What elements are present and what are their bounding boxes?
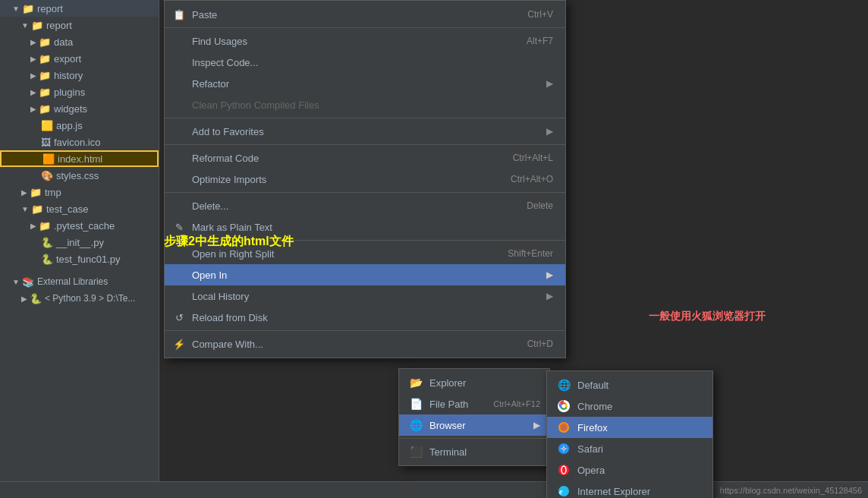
separator: [165, 192, 565, 193]
menu-item-open-right-split[interactable]: Open in Right Split Shift+Enter: [165, 243, 565, 264]
folder-icon: 📁: [31, 203, 43, 215]
external-libraries-section: ▼ 📚 External Libraries ▶ 🐍 < Python 3.9 …: [0, 273, 159, 307]
tree-item-report[interactable]: ▼ 📁 report: [0, 17, 159, 33]
menu-item-delete[interactable]: Delete... Delete: [165, 195, 565, 216]
menu-label: Reload from Disk: [192, 312, 268, 323]
file-icon: 🐍: [41, 237, 53, 248]
tree-item-python-sdk[interactable]: ▶ 🐍 < Python 3.9 > D:\Te...: [0, 290, 159, 307]
explorer-icon: 📂: [408, 375, 423, 390]
tree-item-initpy[interactable]: 🐍 __init__.py: [0, 234, 159, 251]
submenu-item-opera[interactable]: Opera: [547, 459, 712, 481]
folder-icon: 📁: [22, 3, 34, 14]
tree-item-external-libs[interactable]: ▼ 📚 External Libraries: [0, 273, 159, 290]
submenu-label: Chrome: [577, 401, 612, 412]
menu-item-paste[interactable]: 📋 Paste Ctrl+V: [165, 4, 565, 25]
menu-item-add-favorites[interactable]: Add to Favorites ▶: [165, 121, 565, 142]
submenu-label: Browser: [429, 420, 466, 431]
firefox-icon: [556, 420, 571, 435]
menu-item-refactor[interactable]: Refactor ▶: [165, 73, 565, 94]
separator: [165, 330, 565, 331]
url-label: https://blog.csdn.net/weixin_45128456: [720, 486, 862, 495]
arrow-icon: ▶: [21, 295, 27, 303]
tree-label: report: [37, 3, 63, 14]
shortcut-label: Ctrl+Alt+F12: [493, 399, 540, 408]
menu-label: Paste: [192, 9, 217, 20]
arrow-icon: ▶: [546, 78, 553, 89]
folder-icon: 📁: [39, 70, 51, 81]
tree-label: test_func01.py: [56, 254, 121, 265]
tree-item-appjs[interactable]: 🟨 app.js: [0, 117, 159, 134]
separator: [165, 144, 565, 145]
menu-item-compare-with[interactable]: ⚡ Compare With... Ctrl+D: [165, 333, 565, 355]
tree-item-index-html[interactable]: 🟧 index.html: [0, 150, 159, 167]
submenu-item-explorer[interactable]: 📂 Explorer: [399, 372, 549, 393]
tree-label: app.js: [56, 120, 83, 131]
shortcut-label: Alt+F7: [527, 36, 553, 46]
menu-label: Refactor: [192, 78, 229, 90]
ie-icon: e: [556, 484, 571, 498]
tree-item-data[interactable]: ▶ 📁 data: [0, 33, 159, 50]
terminal-icon: ⬛: [408, 444, 423, 459]
menu-item-local-history[interactable]: Local History ▶: [165, 285, 565, 307]
tree-label: __init__.py: [56, 237, 104, 248]
arrow-icon: ▶: [533, 420, 540, 430]
reload-icon: ↺: [172, 312, 186, 323]
tree-item-export[interactable]: ▶ 📁 export: [0, 50, 159, 67]
menu-item-find-usages[interactable]: Find Usages Alt+F7: [165, 30, 565, 52]
menu-item-reformat[interactable]: Reformat Code Ctrl+Alt+L: [165, 147, 565, 169]
menu-label: Find Usages: [192, 36, 247, 47]
submenu-item-safari[interactable]: Safari: [547, 438, 712, 459]
tree-item-widgets[interactable]: ▶ 📁 widgets: [0, 100, 159, 117]
chrome-icon: [556, 399, 571, 414]
tree-label: < Python 3.9 > D:\Te...: [45, 293, 135, 304]
menu-item-inspect-code[interactable]: Inspect Code...: [165, 52, 565, 73]
tree-label: export: [54, 53, 81, 65]
submenu-label: Explorer: [429, 377, 466, 389]
tree-item-tmp[interactable]: ▶ 📁 tmp: [0, 184, 159, 200]
separator: [165, 27, 565, 28]
arrow-icon: ▶: [30, 55, 36, 63]
submenu-item-firefox[interactable]: Firefox: [547, 417, 712, 438]
tree-item-stylescss[interactable]: 🎨 styles.css: [0, 167, 159, 184]
submenu-label: Safari: [577, 443, 603, 455]
arrow-icon: ▼: [21, 205, 29, 213]
submenu-item-browser[interactable]: 🌐 Browser ▶: [399, 414, 549, 436]
menu-item-mark-plain[interactable]: ✎ Mark as Plain Text: [165, 216, 565, 238]
svg-point-7: [563, 448, 565, 449]
menu-item-optimize-imports[interactable]: Optimize Imports Ctrl+Alt+O: [165, 169, 565, 190]
arrow-icon: ▶: [30, 71, 36, 80]
tree-item-report-root[interactable]: ▼ 📁 report: [0, 0, 159, 17]
menu-label: Delete...: [192, 200, 228, 212]
folder-icon: 📁: [30, 187, 42, 198]
tree-item-history[interactable]: ▶ 📁 history: [0, 67, 159, 84]
menu-label: Clean Python Compiled Files: [192, 99, 319, 111]
shortcut-label: Ctrl+V: [527, 9, 553, 20]
tree-label: widgets: [54, 103, 87, 115]
submenu-open-in: 📂 Explorer 📄 File Path Ctrl+Alt+F12 🌐 Br…: [398, 368, 550, 466]
tree-item-pytestcache[interactable]: ▶ 📁 .pytest_cache: [0, 217, 159, 234]
compare-icon: ⚡: [172, 339, 186, 350]
file-icon: 🟧: [42, 153, 55, 165]
tree-item-testfunc[interactable]: 🐍 test_func01.py: [0, 251, 159, 267]
arrow-icon: ▶: [546, 291, 553, 301]
arrow-icon: ▶: [30, 105, 36, 113]
menu-item-open-in[interactable]: Open In ▶: [165, 264, 565, 285]
filepath-icon: 📄: [408, 396, 423, 411]
menu-item-reload-disk[interactable]: ↺ Reload from Disk: [165, 307, 565, 328]
tree-item-plugins[interactable]: ▶ 📁 plugins: [0, 84, 159, 100]
tree-item-testcase[interactable]: ▼ 📁 test_case: [0, 200, 159, 217]
submenu-label: Default: [577, 380, 609, 391]
submenu-item-chrome[interactable]: Chrome: [547, 396, 712, 417]
tree-label: data: [54, 36, 73, 48]
tree-label: .pytest_cache: [54, 220, 115, 232]
submenu-item-terminal[interactable]: ⬛ Terminal: [399, 441, 549, 462]
separator: [165, 118, 565, 118]
tree-item-favicon[interactable]: 🖼 favicon.ico: [0, 134, 159, 150]
opera-icon: [556, 462, 571, 478]
submenu-item-filepath[interactable]: 📄 File Path Ctrl+Alt+F12: [399, 393, 549, 414]
arrow-icon: ▶: [30, 38, 36, 46]
svg-text:e: e: [559, 487, 563, 496]
submenu-item-ie[interactable]: e Internet Explorer: [547, 481, 712, 498]
submenu-item-default[interactable]: 🌐 Default: [547, 374, 712, 396]
tree-label: External Libraries: [37, 276, 108, 287]
